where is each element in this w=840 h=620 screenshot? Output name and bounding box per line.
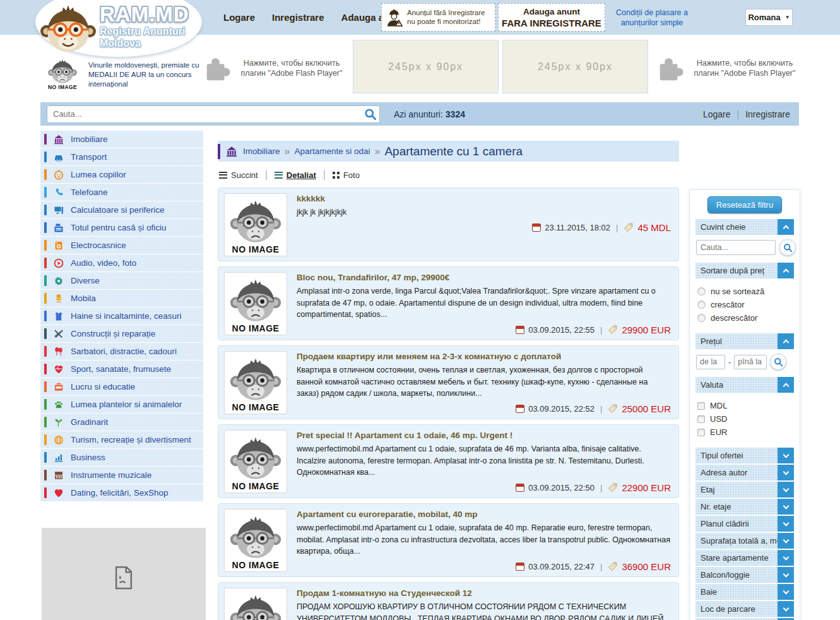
- filter-header-loc-de-parcare[interactable]: Loc de parcare: [695, 601, 794, 617]
- sidebar-item-haine-si-incaltaminte-ceasuri[interactable]: Haine si incaltaminte, ceasuri: [40, 307, 203, 325]
- filter-header-pretul[interactable]: Prețul: [695, 333, 794, 349]
- nav-logare[interactable]: Logare: [223, 12, 255, 23]
- breadcrumb-root[interactable]: Imobiliare: [243, 146, 280, 156]
- tab-foto[interactable]: Foto: [333, 170, 360, 180]
- price-to-input[interactable]: [734, 355, 767, 369]
- filter-header-suprafata-totala-a-m2[interactable]: Suprafața totală a, m²: [695, 533, 794, 549]
- filter-header-stare-apartamente[interactable]: Stare apartamente: [695, 550, 794, 566]
- sidebar-item-mobila[interactable]: Mobila: [40, 290, 203, 307]
- filter-header-adresa-autor[interactable]: Adresa autor: [695, 465, 794, 480]
- checkbox-icon[interactable]: [697, 402, 705, 410]
- price-filter-search-button[interactable]: [770, 354, 786, 370]
- expand-toggle[interactable]: [778, 516, 794, 532]
- ad-slot-2: 245px x 90px: [502, 40, 648, 93]
- expand-toggle[interactable]: [778, 448, 794, 463]
- sidebar-item-instrumente-muzicale[interactable]: Instrumente muzicale: [40, 467, 203, 484]
- category-color-bar: [44, 293, 47, 304]
- chevron-down-icon: [783, 503, 789, 509]
- expand-toggle[interactable]: [778, 550, 794, 566]
- checkbox-icon[interactable]: [697, 429, 705, 436]
- collapse-toggle[interactable]: [778, 377, 794, 393]
- foto-view-icon: [333, 172, 340, 179]
- flash-plugin-notice-left[interactable]: Нажмите, чтобы включить плагин "Adobe Fl…: [202, 54, 346, 83]
- collapse-toggle[interactable]: [778, 219, 794, 235]
- sidebar-item-transport[interactable]: Transport: [40, 148, 203, 165]
- listing-card[interactable]: NO IMAGEBloc nou, Trandafirilor, 47 mp, …: [218, 266, 679, 340]
- category-label: Sarbatori, distractie, cadouri: [71, 347, 177, 356]
- language-select[interactable]: Romana ▼: [745, 9, 793, 26]
- expand-toggle[interactable]: [778, 465, 794, 480]
- sidebar-item-calculatoare-si-periferice[interactable]: Calculatoare si periferice: [40, 201, 203, 218]
- breadcrumb-parent[interactable]: Apartamente si odai: [294, 146, 370, 156]
- collapse-toggle[interactable]: [778, 263, 794, 278]
- collapse-toggle[interactable]: [778, 333, 794, 349]
- listing-card[interactable]: NO IMAGEApartament cu euroreparatie, mob…: [218, 503, 679, 577]
- category-label: Lumea plantelor si animalelor: [71, 400, 182, 409]
- sidebar-item-sarbatori-distractie-cadouri[interactable]: Sarbatori, distractie, cadouri: [40, 343, 203, 360]
- warning-notice-box[interactable]: Anunțul fără înregistrare nu poate fi mo…: [381, 3, 495, 32]
- filter-header-valuta[interactable]: Valuta: [695, 377, 794, 393]
- price-from-input[interactable]: [696, 355, 725, 369]
- wine-text-ad[interactable]: NO IMAGE Vinurile moldovenești, premiate…: [42, 59, 200, 92]
- sidebar-item-electrocasnice[interactable]: Electrocasnice: [40, 237, 203, 254]
- filter-header-planul-cladirii[interactable]: Planul clădirii: [695, 516, 794, 532]
- currency-checkbox-usd[interactable]: USD: [697, 414, 793, 424]
- filter-header-cuvint-cheie[interactable]: Cuvint cheie: [695, 219, 794, 235]
- listing-image-placeholder: NO IMAGE: [224, 193, 287, 256]
- sidebar-item-imobiliare[interactable]: Imobiliare: [40, 131, 203, 148]
- sidebar-item-totul-pentru-casa-si-oficiu[interactable]: Totul pentru casă și oficiu: [40, 219, 203, 236]
- radio-icon[interactable]: [697, 314, 706, 322]
- filter-header-label: Prețul: [701, 337, 722, 346]
- currency-checkbox-mdl[interactable]: MDL: [697, 401, 793, 410]
- filter-keyword-search-button[interactable]: [779, 239, 796, 256]
- flash-plugin-notice-right[interactable]: Нажмите, чтобы включить плагин "Adobe Fl…: [655, 54, 799, 83]
- conditions-link[interactable]: Condiții de plasare a anunțurilor simple: [609, 8, 695, 28]
- listing-card[interactable]: NO IMAGEПродам 1-комнатную на Студенческ…: [218, 582, 679, 620]
- expand-toggle[interactable]: [778, 533, 794, 549]
- sidebar-item-diverse[interactable]: Diverse: [40, 272, 203, 289]
- search-input[interactable]: [47, 105, 380, 123]
- sort-radio-2[interactable]: descrescător: [697, 313, 793, 323]
- sidebar-item-business[interactable]: Business: [40, 449, 203, 466]
- search-icon[interactable]: [364, 108, 377, 121]
- filter-header-balcon-loggie[interactable]: Balcon/loggie: [695, 567, 794, 583]
- filter-header-etaj[interactable]: Etaj: [695, 482, 794, 498]
- radio-icon[interactable]: [697, 287, 706, 295]
- expand-toggle[interactable]: [778, 601, 794, 617]
- filter-header-nr-etaje[interactable]: Nr. etaje: [695, 499, 794, 515]
- expand-toggle[interactable]: [778, 499, 794, 515]
- sidebar-item-constructii-si-reparatie[interactable]: Construcții și reparație: [40, 325, 203, 342]
- listing-card[interactable]: NO IMAGEkkkkkkjkjk jk jkjkjkjkjk23.11.20…: [218, 188, 679, 261]
- sidebar-item-lucru-si-educatie[interactable]: Lucru si educatie: [40, 378, 203, 395]
- sort-radio-0[interactable]: nu se sortează: [697, 287, 793, 296]
- listing-card[interactable]: NO IMAGEPret special !! Apartament cu 1 …: [218, 424, 679, 498]
- tab-succint[interactable]: Succint: [219, 170, 258, 180]
- login-link[interactable]: Logare: [703, 109, 731, 119]
- sidebar-item-lumea-plantelor-si-animalelor[interactable]: Lumea plantelor si animalelor: [40, 396, 203, 413]
- register-link[interactable]: Inregistrare: [745, 109, 790, 119]
- radio-icon[interactable]: [697, 301, 706, 309]
- sidebar-item-gradinarit[interactable]: Gradinarit: [40, 414, 203, 431]
- logo[interactable]: RAM.MD Registru Anunturi Moldova: [39, 1, 202, 59]
- filter-header-baie[interactable]: Baie: [695, 584, 794, 600]
- add-ad-without-registration-button[interactable]: Adauga anunt FARA INREGISTRARE: [498, 3, 605, 32]
- checkbox-icon[interactable]: [697, 415, 705, 423]
- tab-detaliat[interactable]: Detaliat: [275, 170, 316, 180]
- sidebar-item-sport-sanatate-frumusete[interactable]: Sport, sanatate, frumusete: [40, 361, 203, 378]
- listing-card[interactable]: NO IMAGEПродаем квартиру или меняем на 2…: [218, 345, 679, 419]
- currency-checkbox-eur[interactable]: EUR: [697, 427, 793, 437]
- sidebar-item-turism-recreatie-si-divertisment[interactable]: Turism, recreație și divertisment: [40, 431, 203, 448]
- sidebar-item-dating-felicitari-sexshop[interactable]: Dating, felicitări, SexShop: [40, 484, 203, 501]
- nav-inregistrare[interactable]: Inregistrare: [272, 12, 324, 23]
- filter-header-tipul-ofertei[interactable]: Tipul ofertei: [695, 448, 794, 463]
- expand-toggle[interactable]: [778, 567, 794, 583]
- expand-toggle[interactable]: [778, 584, 794, 600]
- expand-toggle[interactable]: [778, 482, 794, 498]
- sidebar-item-telefoane[interactable]: Telefoane: [40, 184, 203, 201]
- filter-keyword-input[interactable]: [696, 240, 776, 255]
- sort-radio-1[interactable]: crescător: [697, 300, 793, 309]
- filter-header-sortare[interactable]: Sortare după preț: [695, 263, 794, 278]
- sidebar-item-audio-video-foto[interactable]: Audio, video, foto: [40, 254, 203, 271]
- sidebar-item-lumea-copiilor[interactable]: Lumea copiilor: [40, 166, 203, 183]
- reset-filter-button-top[interactable]: Resetează filtru: [707, 196, 782, 213]
